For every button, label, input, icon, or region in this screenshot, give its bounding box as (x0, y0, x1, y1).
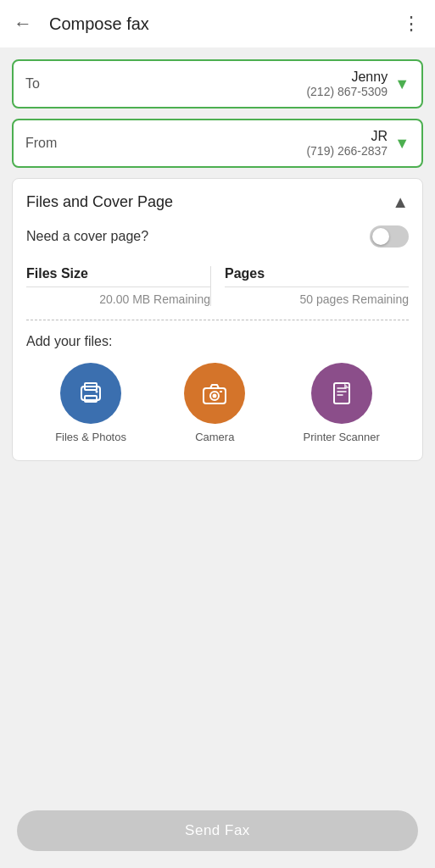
cover-page-row: Need a cover page? (13, 220, 422, 261)
file-icons-row: Files & Photos Camera (26, 363, 409, 443)
card-header[interactable]: Files and Cover Page ▲ (13, 179, 422, 220)
collapse-icon: ▲ (392, 192, 409, 212)
svg-rect-7 (220, 391, 222, 392)
header: ← Compose fax ⋮ (0, 0, 435, 47)
from-value: JR (719) 266-2837 (68, 129, 388, 158)
printer-scanner-label: Printer Scanner (304, 431, 380, 443)
send-fax-button[interactable]: Send Fax (17, 810, 418, 851)
pages-col: Pages 50 pages Remaining (210, 266, 409, 306)
card-title: Files and Cover Page (26, 193, 173, 211)
toggle-knob (372, 228, 389, 245)
to-contact-name: Jenny (351, 70, 388, 85)
files-photos-label: Files & Photos (55, 431, 126, 443)
add-files-title: Add your files: (26, 334, 409, 349)
files-photos-icon (75, 378, 106, 409)
metrics-row: Files Size 20.00 MB Remaining Pages 50 p… (13, 261, 422, 306)
files-size-value: 20.00 MB Remaining (26, 292, 210, 306)
pages-divider (225, 287, 409, 287)
add-files-section: Add your files: Files & Photos (13, 320, 422, 460)
printer-scanner-icon-circle (311, 363, 372, 424)
to-field[interactable]: To Jenny (212) 867-5309 ▼ (12, 59, 423, 108)
svg-point-3 (96, 391, 98, 393)
files-size-title: Files Size (26, 266, 210, 281)
printer-scanner-button[interactable]: Printer Scanner (304, 363, 380, 443)
to-phone: (212) 867-5309 (306, 85, 388, 98)
camera-label: Camera (195, 431, 234, 443)
from-dropdown-arrow: ▼ (394, 135, 410, 153)
files-photos-button[interactable]: Files & Photos (55, 363, 126, 443)
content-area: To Jenny (212) 867-5309 ▼ From JR (719) … (0, 47, 435, 546)
files-photos-icon-circle (60, 363, 121, 424)
pages-title: Pages (225, 266, 409, 281)
cover-page-toggle[interactable] (370, 225, 409, 248)
printer-scanner-icon (326, 378, 357, 409)
files-size-col: Files Size 20.00 MB Remaining (26, 266, 210, 306)
back-button[interactable]: ← (14, 14, 32, 33)
camera-icon-circle (184, 363, 245, 424)
to-label: To (25, 76, 68, 92)
cover-page-label: Need a cover page? (26, 229, 148, 244)
camera-button[interactable]: Camera (184, 363, 245, 443)
pages-value: 50 pages Remaining (225, 292, 409, 306)
to-dropdown-arrow: ▼ (394, 75, 410, 93)
more-options-button[interactable]: ⋮ (402, 13, 421, 35)
files-size-divider (26, 287, 210, 287)
from-label: From (25, 136, 68, 151)
svg-point-6 (213, 394, 217, 398)
to-value: Jenny (212) 867-5309 (68, 70, 388, 98)
from-phone: (719) 266-2837 (306, 144, 388, 158)
camera-icon (199, 378, 230, 409)
files-cover-card: Files and Cover Page ▲ Need a cover page… (12, 178, 423, 461)
header-left: ← Compose fax (14, 14, 149, 34)
from-field[interactable]: From JR (719) 266-2837 ▼ (12, 119, 423, 168)
bottom-bar: Send Fax (0, 798, 435, 868)
from-contact-name: JR (371, 129, 388, 144)
page-title: Compose fax (49, 14, 149, 34)
